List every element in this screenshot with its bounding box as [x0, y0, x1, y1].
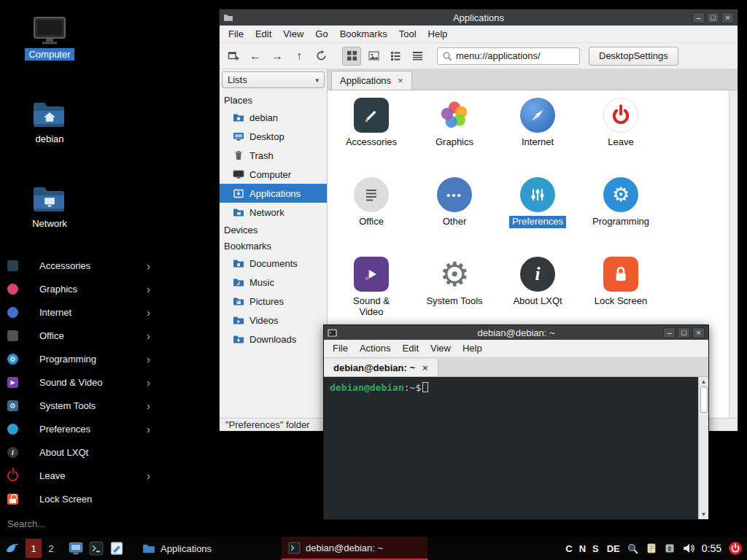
- sidebar-item-debian[interactable]: debian: [220, 108, 327, 127]
- menu-item-internet[interactable]: Internet ›: [0, 300, 156, 324]
- tab-close-icon[interactable]: ×: [422, 362, 428, 373]
- compact-view-button[interactable]: [386, 47, 405, 66]
- menu-tool[interactable]: Tool: [393, 26, 422, 42]
- sidebar-item-videos[interactable]: Videos: [220, 311, 327, 330]
- forward-button[interactable]: →: [268, 47, 287, 66]
- workspace-2-button[interactable]: 2: [43, 539, 59, 558]
- menu-item-graphics[interactable]: Graphics ›: [0, 277, 156, 300]
- task-terminal[interactable]: debian@debian: ~: [282, 537, 427, 560]
- sidebar-item-desktop[interactable]: Desktop: [220, 127, 327, 146]
- quicklaunch-terminal-button[interactable]: [86, 538, 107, 559]
- close-button[interactable]: ×: [721, 12, 734, 23]
- menu-go[interactable]: Go: [309, 26, 333, 42]
- terminal-scrollbar[interactable]: ▲ ▼: [698, 377, 708, 519]
- magnifier-tray-button[interactable]: [627, 542, 639, 555]
- menu-item-accessories[interactable]: Accessories ›: [0, 254, 156, 277]
- menu-help[interactable]: Help: [422, 26, 454, 42]
- power-tray-button[interactable]: [728, 541, 743, 556]
- fm-titlebar[interactable]: Applications – □ ×: [220, 9, 738, 26]
- app-item-internet[interactable]: Internet: [496, 98, 579, 177]
- menu-edit[interactable]: Edit: [397, 341, 425, 356]
- workspace-1-button[interactable]: 1: [26, 539, 42, 558]
- sidebar-item-pictures[interactable]: Pictures: [220, 292, 327, 311]
- menu-view[interactable]: View: [425, 341, 457, 356]
- about-icon: [520, 257, 555, 292]
- menu-item-office[interactable]: Office ›: [0, 324, 156, 347]
- quicklaunch-file-manager-button[interactable]: [66, 538, 86, 559]
- menu-help[interactable]: Help: [457, 341, 488, 356]
- path-bar[interactable]: [437, 47, 580, 65]
- app-item-accessories[interactable]: Accessories: [330, 98, 413, 177]
- up-button[interactable]: ↑: [290, 47, 309, 66]
- app-item-office[interactable]: Office: [330, 177, 413, 257]
- desktop-icon-network[interactable]: Network: [19, 185, 80, 230]
- task-applications[interactable]: Applications: [136, 537, 282, 560]
- close-button[interactable]: ×: [692, 327, 705, 338]
- sidebar-item-music[interactable]: Music: [220, 273, 327, 292]
- app-item-graphics[interactable]: Graphics: [413, 98, 496, 177]
- thumbnail-view-button[interactable]: [364, 47, 383, 66]
- desktop-icon-debian[interactable]: debian: [19, 101, 80, 145]
- menu-item-programming[interactable]: Programming ›: [0, 347, 156, 370]
- detailed-view-button[interactable]: [408, 47, 427, 66]
- clipboard-tray-button[interactable]: [646, 542, 657, 554]
- menu-file[interactable]: File: [222, 26, 249, 42]
- scroll-up-icon[interactable]: ▲: [701, 378, 707, 386]
- icon-view-button[interactable]: [342, 47, 361, 66]
- sidebar-item-applications[interactable]: Applications: [220, 184, 327, 203]
- menu-item-system-tools[interactable]: System Tools ›: [0, 394, 156, 417]
- keyboard-indicator-caps[interactable]: C: [565, 543, 572, 554]
- app-menu-button[interactable]: [0, 537, 25, 560]
- minimize-button[interactable]: –: [663, 327, 676, 338]
- keyboard-layout-indicator[interactable]: DE: [607, 543, 620, 554]
- menu-search-input[interactable]: [7, 518, 124, 529]
- sidebar-item-network[interactable]: Network: [220, 203, 327, 222]
- menu-view[interactable]: View: [277, 26, 309, 42]
- new-tab-button[interactable]: [224, 47, 243, 66]
- maximize-button[interactable]: □: [678, 327, 690, 338]
- menu-item-label: Sound & Video: [39, 377, 103, 388]
- tab-close-icon[interactable]: ×: [398, 75, 403, 86]
- terminal-output[interactable]: debian@debian:~$: [324, 377, 698, 519]
- app-item-preferences[interactable]: Preferences: [496, 177, 579, 257]
- maximize-button[interactable]: □: [707, 12, 719, 23]
- back-button[interactable]: ←: [246, 47, 265, 66]
- removable-media-tray-button[interactable]: [664, 542, 676, 554]
- tab-applications[interactable]: Applications ×: [331, 71, 412, 90]
- sidebar-item-computer[interactable]: Computer: [220, 165, 327, 184]
- fm-scrollbar[interactable]: [729, 90, 738, 418]
- sidebar-item-downloads[interactable]: Downloads: [220, 330, 327, 349]
- clock[interactable]: 0:55: [702, 542, 721, 554]
- minimize-button[interactable]: –: [692, 12, 705, 23]
- menu-item-leave[interactable]: Leave ›: [0, 464, 156, 487]
- app-item-leave[interactable]: Leave: [579, 98, 662, 177]
- menu-item-about-lxqt[interactable]: About LXQt: [0, 440, 156, 464]
- desktop-icon-label: Network: [28, 217, 71, 230]
- terminal-tab[interactable]: debian@debian: ~ ×: [324, 359, 438, 376]
- keyboard-indicator-num[interactable]: N: [579, 543, 586, 554]
- sidebar-item-trash[interactable]: Trash: [220, 146, 327, 165]
- desktop-icon-computer[interactable]: Computer: [19, 16, 80, 61]
- sidebar-item-documents[interactable]: Documents: [220, 254, 327, 273]
- menu-actions[interactable]: Actions: [354, 341, 397, 356]
- menu-item-lock-screen[interactable]: Lock Screen: [0, 487, 156, 510]
- app-item-programming[interactable]: Programming: [579, 177, 662, 257]
- menu-item-preferences[interactable]: Preferences ›: [0, 417, 156, 440]
- keyboard-indicator-scroll[interactable]: S: [592, 543, 599, 554]
- fm-sidebar: Lists ▾ Places debian Desktop Tr: [220, 69, 328, 418]
- scrollbar-thumb[interactable]: [700, 386, 708, 413]
- refresh-button[interactable]: [311, 47, 330, 66]
- menu-item-sound-video[interactable]: Sound & Video ›: [0, 370, 156, 394]
- menu-edit[interactable]: Edit: [249, 26, 277, 42]
- volume-tray-button[interactable]: [682, 542, 695, 555]
- menu-bookmarks[interactable]: Bookmarks: [334, 26, 393, 42]
- path-input[interactable]: [456, 50, 575, 61]
- terminal-titlebar[interactable]: debian@debian: ~ – □ ×: [324, 325, 708, 340]
- power-icon: [728, 541, 743, 556]
- app-item-other[interactable]: Other: [413, 177, 496, 257]
- menu-file[interactable]: File: [327, 341, 354, 356]
- quicklaunch-text-editor-button[interactable]: [107, 538, 127, 559]
- scroll-down-icon[interactable]: ▼: [701, 510, 707, 518]
- sidebar-mode-select[interactable]: Lists ▾: [222, 71, 325, 88]
- desktop-settings-button[interactable]: DesktopSettings: [589, 47, 678, 66]
